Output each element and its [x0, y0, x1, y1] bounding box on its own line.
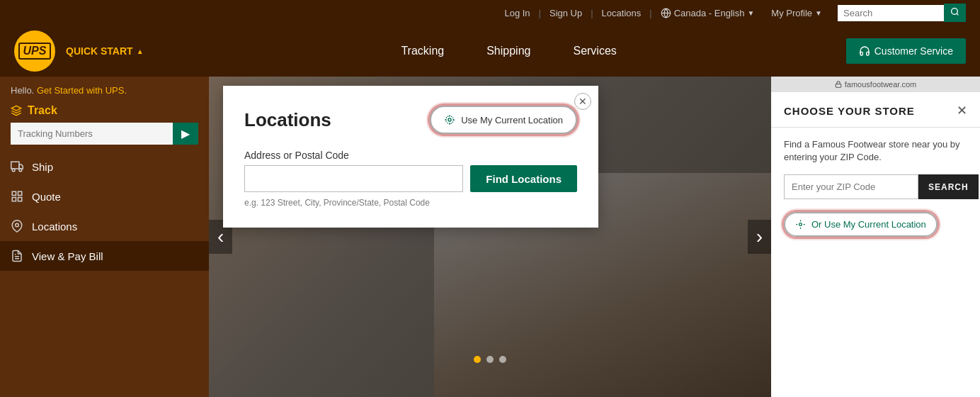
address-hint: e.g. 123 Street, City, Province/State, P…: [244, 198, 577, 208]
find-locations-label: Find Locations: [486, 173, 562, 185]
myprofile-label: My Profile: [771, 8, 812, 18]
right-panel: famousfootwear.com CHOOSE YOUR STORE ✕ F…: [771, 77, 980, 397]
nav-shipping[interactable]: Shipping: [486, 45, 530, 57]
zip-row: SEARCH: [784, 174, 967, 199]
svg-point-15: [448, 118, 451, 121]
right-panel-close-icon: ✕: [957, 104, 967, 118]
right-panel-close-btn[interactable]: ✕: [957, 103, 967, 118]
tracking-submit-btn[interactable]: ▶: [173, 123, 198, 145]
truck-icon: [11, 160, 23, 173]
search-icon: [950, 7, 959, 16]
svg-rect-8: [12, 191, 16, 195]
search-btn[interactable]: [944, 4, 966, 22]
headset-icon: [859, 45, 870, 57]
right-panel-desc: Find a Famous Footwear store near you by…: [784, 138, 967, 164]
document-icon: [11, 250, 23, 262]
modal-close-btn[interactable]: ✕: [574, 93, 591, 110]
greeting-text: Hello.: [11, 85, 34, 96]
or-location-label: Or Use My Current Location: [811, 219, 926, 230]
viewpay-label: View & Pay Bill: [32, 250, 103, 262]
ship-label: Ship: [32, 161, 53, 173]
search-input[interactable]: [838, 5, 944, 21]
sidebar-greeting: Hello. Get Started with UPS.: [0, 85, 209, 104]
zip-input[interactable]: [784, 174, 918, 199]
locations-modal: ✕ Locations Use My Current Location Addr…: [223, 86, 598, 228]
right-panel-body: Find a Famous Footwear store near you by…: [771, 128, 980, 397]
sidebar: Hello. Get Started with UPS. Track ▶ Shi…: [0, 77, 209, 397]
modal-input-row: Find Locations: [244, 165, 577, 192]
signup-link[interactable]: Sign Up: [541, 8, 591, 18]
svg-rect-4: [11, 162, 19, 169]
locations-label: Locations: [32, 220, 77, 233]
svg-point-7: [19, 169, 22, 172]
zip-search-btn[interactable]: SEARCH: [918, 174, 979, 199]
top-nav: Log In | Sign Up | Locations | Canada - …: [0, 0, 980, 26]
quickstart-arrow-icon: ▲: [137, 47, 144, 55]
myprofile-btn[interactable]: My Profile ▼: [763, 8, 831, 18]
tracking-input[interactable]: [11, 123, 173, 145]
main-nav: Tracking Shipping Services: [172, 45, 846, 57]
track-section: Track ▶: [0, 104, 209, 152]
get-started-link[interactable]: Get Started with UPS.: [37, 85, 127, 96]
customer-service-btn[interactable]: Customer Service: [846, 38, 966, 64]
svg-point-6: [12, 169, 15, 172]
or-location-btn[interactable]: Or Use My Current Location: [784, 212, 938, 237]
customer-service-label: Customer Service: [874, 45, 953, 57]
zip-search-label: SEARCH: [928, 182, 969, 192]
close-icon: ✕: [579, 96, 587, 107]
modal-overlay: ✕ Locations Use My Current Location Addr…: [209, 77, 771, 397]
svg-rect-17: [836, 84, 841, 88]
grid-icon: [11, 190, 23, 203]
svg-point-16: [446, 116, 454, 124]
ups-logo-text: UPS: [18, 43, 52, 60]
body-area: Hello. Get Started with UPS. Track ▶ Shi…: [0, 77, 980, 397]
location-target-icon: [795, 219, 806, 230]
sidebar-item-ship[interactable]: Ship: [0, 152, 209, 181]
login-link[interactable]: Log In: [496, 8, 538, 18]
lock-icon: [835, 81, 842, 88]
nav-services[interactable]: Services: [573, 45, 616, 57]
track-label: Track: [11, 104, 198, 117]
quickstart-btn[interactable]: QUICK START ▲: [66, 45, 144, 57]
modal-title: Locations: [244, 109, 331, 131]
domain-text: famousfootwear.com: [845, 80, 917, 89]
nav-tracking[interactable]: Tracking: [401, 45, 444, 57]
sidebar-item-viewpay[interactable]: View & Pay Bill: [0, 241, 209, 271]
quote-label: Quote: [32, 191, 61, 203]
address-field-label: Address or Postal Code: [244, 150, 577, 161]
svg-marker-5: [19, 164, 23, 169]
svg-rect-10: [12, 198, 16, 201]
ups-logo[interactable]: UPS: [14, 30, 55, 72]
right-panel-domain-bar: famousfootwear.com: [771, 77, 980, 92]
globe-icon: [661, 8, 671, 18]
svg-line-3: [957, 13, 958, 15]
svg-rect-11: [18, 198, 22, 201]
right-panel-title: CHOOSE YOUR STORE: [784, 105, 915, 117]
address-input[interactable]: [244, 165, 463, 192]
main-header: UPS QUICK START ▲ Tracking Shipping Serv…: [0, 26, 980, 77]
track-input-wrap: ▶: [11, 123, 198, 145]
modal-top-row: Locations Use My Current Location: [244, 106, 577, 134]
sidebar-item-quote[interactable]: Quote: [0, 181, 209, 211]
language-btn[interactable]: Canada - English ▼: [652, 8, 763, 18]
quickstart-label: QUICK START: [66, 45, 133, 57]
use-location-label: Use My Current Location: [461, 115, 563, 125]
sidebar-item-locations[interactable]: Locations: [0, 211, 209, 241]
track-text: Track: [28, 104, 57, 117]
svg-point-18: [799, 223, 802, 226]
right-panel-header: CHOOSE YOUR STORE ✕: [771, 92, 980, 128]
language-label: Canada - English: [674, 8, 745, 18]
current-location-icon: [444, 114, 455, 125]
location-pin-icon: [11, 220, 23, 233]
use-location-btn[interactable]: Use My Current Location: [430, 106, 577, 134]
locations-link[interactable]: Locations: [593, 8, 650, 18]
chevron-down-icon: ▼: [747, 9, 754, 17]
package-icon: [11, 105, 22, 116]
chevron-down-icon2: ▼: [815, 9, 822, 17]
svg-point-12: [16, 223, 19, 227]
svg-rect-9: [18, 191, 22, 195]
find-locations-btn[interactable]: Find Locations: [470, 165, 577, 192]
search-wrap: [838, 4, 966, 22]
svg-point-2: [952, 9, 958, 15]
